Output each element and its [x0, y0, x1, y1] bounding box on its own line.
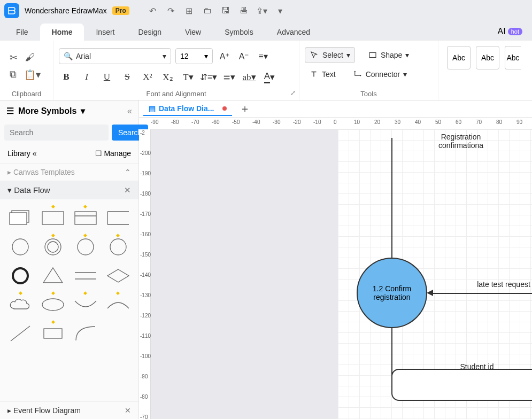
shape-arc-down[interactable]: ◆ [73, 293, 99, 316]
connector-line[interactable] [391, 138, 392, 164]
process-confirm-registration[interactable]: 1.2 Confirm registration [357, 258, 427, 328]
section-event-flow[interactable]: ▸ Event Flow Diagram ✕ [0, 401, 138, 419]
highlight-icon[interactable]: ab▾ [242, 69, 257, 84]
superscript-icon[interactable]: X² [140, 69, 155, 84]
undo-icon[interactable]: ↶ [148, 5, 158, 16]
shape-diamond[interactable] [105, 265, 131, 287]
shape-arc-up[interactable]: ◆ [105, 293, 131, 316]
select-tool[interactable]: Select▾ [305, 47, 355, 63]
chevron-down-icon: ▾ [204, 52, 208, 60]
bold-icon[interactable]: B [59, 69, 74, 84]
tab-file[interactable]: File [4, 24, 40, 41]
flow-label-student-id[interactable]: Student id [450, 362, 504, 371]
ribbon-font: 🔍Arial ▾ 12 ▾ A⁺ A⁻ ≡▾ B I U S X² X₂ T▾ [53, 41, 299, 100]
close-icon[interactable]: ✕ [124, 185, 131, 195]
svg-rect-0 [369, 53, 376, 58]
data-store-rect[interactable] [391, 369, 532, 401]
line-spacing-icon[interactable]: ⇵≡▾ [201, 69, 216, 84]
shape-circle-3[interactable]: ◆ [105, 236, 131, 258]
shape-small-rect[interactable]: ◆ [40, 322, 66, 345]
shape-split-rect[interactable]: ◆ [73, 207, 99, 229]
tab-insert[interactable]: Insert [84, 24, 126, 41]
manage-link[interactable]: ☐ Manage [95, 149, 131, 158]
section-data-flow[interactable]: ▾ Data Flow ✕ [0, 181, 138, 199]
doc-icon: ▤ [149, 104, 156, 113]
decrease-font-icon[interactable]: A⁻ [236, 49, 251, 64]
shape-multi-rect[interactable] [7, 207, 34, 229]
select-label: Select [322, 51, 343, 59]
flow-label-registration[interactable]: Registration confirmationa [418, 133, 504, 150]
collapse-sidebar-icon[interactable]: « [127, 106, 132, 116]
shape-line[interactable] [7, 322, 34, 345]
font-color-icon[interactable]: A▾ [262, 69, 277, 84]
style-abc-2[interactable]: Abc [476, 46, 499, 69]
connector-tool[interactable]: Connector▾ [349, 66, 412, 82]
shape-palette: ◆ ◆ ◆ ◆ ◆ ◆ ◆ ◆ ◆ ◆ [0, 199, 138, 401]
save-icon[interactable]: 🖫 [220, 5, 231, 16]
style-abc-1[interactable]: Abc [447, 46, 471, 69]
canvas[interactable]: Registration confirmationa 1.2 Confirm r… [151, 129, 532, 419]
print-icon[interactable]: 🖶 [238, 5, 249, 16]
tab-advanced[interactable]: Advanced [265, 24, 322, 41]
more-symbols-label: More Symbols [18, 106, 76, 116]
paste-icon[interactable]: 📋▾ [24, 69, 41, 81]
shape-triangle[interactable] [40, 265, 66, 287]
font-size-select[interactable]: 12 ▾ [175, 48, 213, 64]
shape-tool[interactable]: Shape▾ [364, 47, 413, 63]
connector-line[interactable] [391, 162, 392, 259]
svg-point-2 [360, 75, 361, 76]
text-case-icon[interactable]: T▾ [181, 69, 196, 84]
copy-icon[interactable]: ⧉ [10, 69, 17, 81]
open-icon[interactable]: 🗀 [202, 5, 213, 16]
underline-icon[interactable]: U [99, 69, 114, 84]
more-symbols-header[interactable]: ☰ More Symbols ▾ [6, 106, 85, 116]
increase-font-icon[interactable]: A⁺ [217, 49, 232, 64]
italic-icon[interactable]: I [79, 69, 94, 84]
subscript-icon[interactable]: X₂ [160, 69, 175, 84]
shape-open-rect[interactable] [105, 207, 131, 229]
align-icon[interactable]: ≡▾ [256, 49, 271, 64]
tab-symbols[interactable]: Symbols [213, 24, 265, 41]
expand-font-icon[interactable]: ⤢ [290, 89, 296, 97]
export-icon[interactable]: ⇪▾ [257, 5, 267, 16]
shape-double-circle[interactable]: ◆ [40, 236, 66, 258]
search-icon: 🔍 [64, 52, 73, 60]
shape-circle[interactable] [7, 236, 34, 258]
pro-badge: Pro [112, 6, 129, 15]
shape-rect[interactable]: ◆ [40, 207, 66, 229]
cut-icon[interactable]: ✂ [10, 52, 18, 64]
flow-label-late-test[interactable]: late test request [477, 280, 530, 289]
canvas-page[interactable]: Registration confirmationa 1.2 Confirm r… [338, 129, 532, 419]
shape-parallel-lines[interactable] [73, 265, 99, 287]
chevron-up-icon: ⌃ [125, 168, 131, 176]
shape-curve[interactable] [73, 322, 99, 345]
shape-bold-circle[interactable] [7, 265, 34, 287]
tab-view[interactable]: View [173, 24, 213, 41]
search-input[interactable] [4, 125, 109, 141]
more-icon[interactable]: ▾ [275, 5, 286, 16]
library-link[interactable]: Library « [7, 149, 36, 158]
format-painter-icon[interactable]: 🖌 [25, 52, 35, 64]
bullet-list-icon[interactable]: ≣▾ [221, 69, 236, 84]
text-tool[interactable]: Text [305, 66, 340, 82]
add-tab-button[interactable]: ＋ [236, 102, 253, 116]
tab-home[interactable]: Home [40, 24, 84, 41]
shape-circle-2[interactable]: ◆ [73, 236, 99, 258]
font-name-select[interactable]: 🔍Arial ▾ [59, 48, 171, 64]
new-icon[interactable]: ⊞ [184, 5, 195, 16]
strikethrough-icon[interactable]: S [120, 69, 135, 84]
tab-design[interactable]: Design [126, 24, 173, 41]
svg-point-10 [48, 242, 58, 252]
ribbon: ✂ 🖌 ⧉ 📋▾ Clipboard 🔍Arial ▾ 12 ▾ A⁺ [0, 41, 532, 100]
shape-ellipse[interactable]: ◆ [40, 293, 66, 316]
svg-point-11 [78, 239, 94, 255]
shape-cloud[interactable]: ◆ [7, 293, 34, 316]
tab-ai[interactable]: AI hot [492, 22, 528, 41]
connector-line[interactable] [433, 293, 532, 294]
document-tab[interactable]: ▤ Data Flow Dia... [143, 102, 232, 116]
style-abc-3[interactable]: Abc [505, 46, 521, 69]
section-canvas-templates[interactable]: ▸ Canvas Templates ⌃ [0, 163, 138, 181]
redo-icon[interactable]: ↷ [166, 5, 176, 16]
close-icon[interactable]: ✕ [125, 406, 131, 415]
svg-rect-5 [42, 212, 64, 224]
